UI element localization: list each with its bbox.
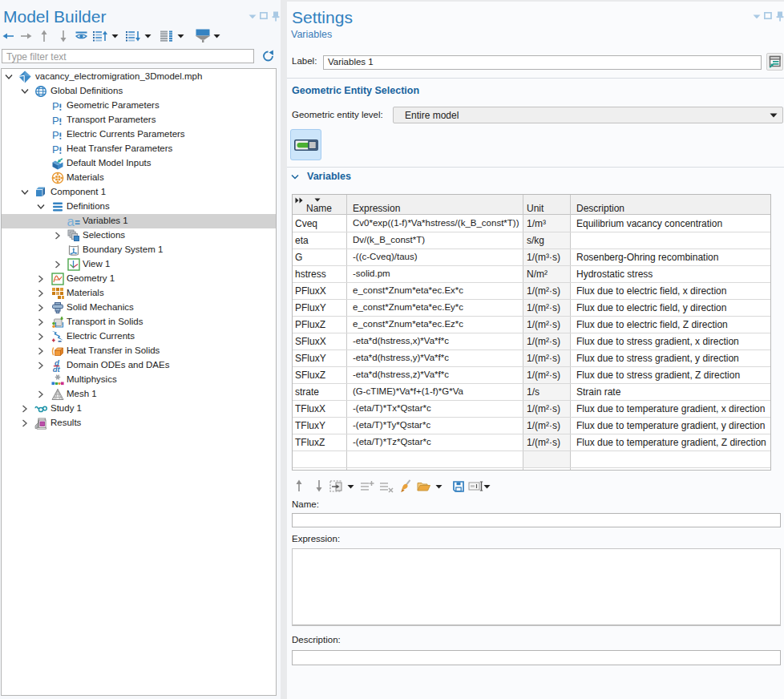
svg-text:P: P bbox=[52, 115, 59, 127]
svg-text:a: a bbox=[67, 215, 75, 228]
svg-text:P: P bbox=[52, 100, 59, 112]
svg-text:dt: dt bbox=[53, 365, 61, 372]
svg-text:P: P bbox=[52, 129, 59, 141]
svg-text:P: P bbox=[52, 143, 59, 156]
